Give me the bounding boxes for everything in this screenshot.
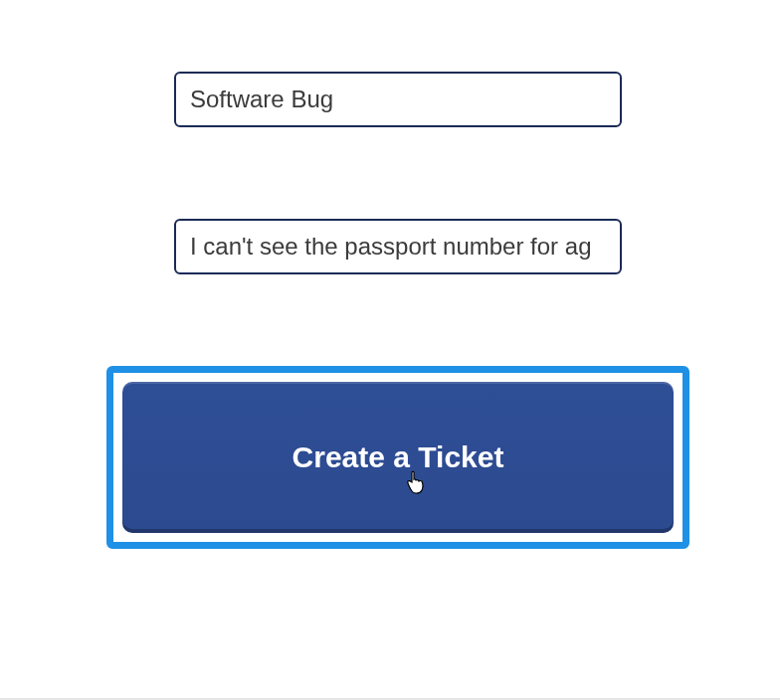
ticket-description-input[interactable] xyxy=(174,219,622,274)
create-ticket-button[interactable]: Create a Ticket xyxy=(122,382,674,533)
create-ticket-highlight: Create a Ticket xyxy=(106,366,689,549)
ticket-subject-input[interactable] xyxy=(174,72,622,127)
